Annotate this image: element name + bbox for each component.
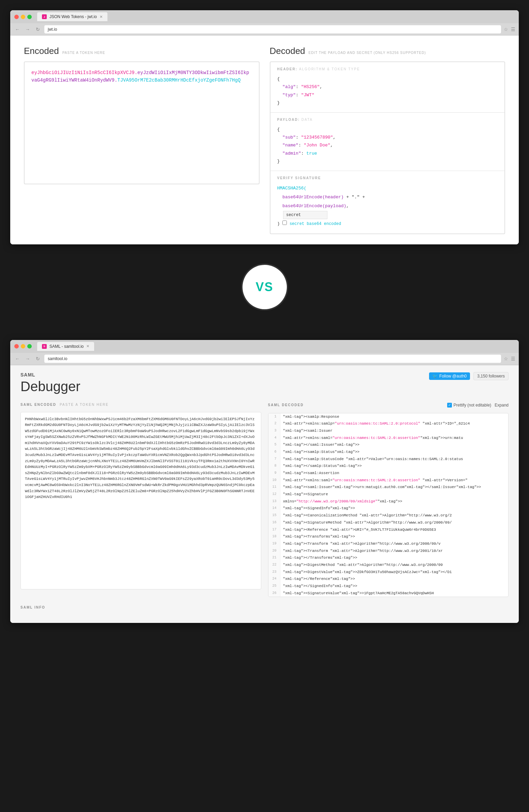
bookmark-icon[interactable]: ☆ <box>504 27 508 32</box>
saml-menu-icon[interactable]: ☰ <box>511 356 515 361</box>
expand-button[interactable]: Expand <box>495 403 509 408</box>
saml-encoded-subtitle: PASTE A TOKEN HERE <box>60 403 109 407</box>
refresh-button[interactable]: ↻ <box>34 26 42 33</box>
jwt-content-area: Encoded PASTE A TOKEN HERE eyJhbGciOiJIU… <box>10 35 519 244</box>
decoded-subtitle: EDIT THE PAYLOAD AND SECRET (ONLY HS256 … <box>309 51 426 55</box>
saml-bookmark-icon[interactable]: ☆ <box>504 356 508 361</box>
minimize-button[interactable] <box>21 15 25 19</box>
xml-line-content: "xml-tag"><SignedInfo"xml-tag">> <box>280 505 355 512</box>
jwt-address-bar[interactable]: jwt.io <box>44 25 501 33</box>
xml-line-content: xmlns="http://www.w3.org/2000/09/xmldsig… <box>280 498 402 505</box>
saml-debugger-title: Debugger <box>20 379 80 394</box>
xml-line-number: 1 <box>268 413 280 421</box>
xml-line-number: 24 <box>268 575 280 583</box>
jwt-titlebar: J JSON Web Tokens - jwt.io ✕ <box>10 10 519 23</box>
base64-label: secret base64 encoded <box>290 222 341 226</box>
xml-line-number: 4 <box>268 435 280 442</box>
jwt-tab-label: JSON Web Tokens - jwt.io <box>49 14 97 19</box>
xml-line-content: "xml-tag"><samlp:StatusCode "xml-attr">V… <box>280 456 463 463</box>
saml-browser-window: S SAML - samltool.io ✕ ← → ↻ samltool.io… <box>10 340 519 623</box>
payload-section: PAYLOAD: DATA { "sub": "1234567890", "na… <box>270 113 505 171</box>
saml-encoded-textarea[interactable]: PHNhbWxwOlJlc3BvbnNlIHhtbG5zOnNhbWxwPSJ1… <box>20 412 261 589</box>
nav-icons: ☆ ☰ <box>504 27 515 32</box>
forward-button[interactable]: → <box>24 26 31 33</box>
xml-line-number: 15 <box>268 512 280 519</box>
xml-line-content: "xml-tag"><DigestMethod "xml-attr">Algor… <box>280 561 443 569</box>
header-json: { "alg": "HS256", "typ": "JWT" } <box>277 75 498 107</box>
saml-url: samltool.io <box>48 356 67 361</box>
tab-close-icon[interactable]: ✕ <box>100 15 103 19</box>
token-part3: TJVA95OrM7E2cBab30RMHrHDcEfxjoYZgeFONFh7… <box>117 77 240 83</box>
encoded-subtitle: PASTE A TOKEN HERE <box>62 51 105 55</box>
saml-browser-tab[interactable]: S SAML - samltool.io ✕ <box>37 342 94 351</box>
xml-line-content: "xml-tag"><Transform "xml-attr">Algorith… <box>280 547 443 555</box>
xml-row: 21 "xml-tag"></Transforms"xml-tag">> <box>268 554 509 561</box>
xml-line-content: "xml-tag"></Transforms"xml-tag">> <box>280 554 357 561</box>
xml-line-content: "xml-tag"><saml:Issuer <box>280 427 333 435</box>
encoded-title: Encoded <box>24 46 59 56</box>
twitter-button[interactable]: 🐦 Follow @auth0 <box>429 372 470 380</box>
saml-address-bar[interactable]: samltool.io <box>44 355 501 363</box>
saml-titles: SAML Debugger <box>20 372 80 403</box>
xml-row: 6"xml-tag"><samlp:Status"xml-tag">> <box>268 448 509 456</box>
xml-line-number: 11 <box>268 484 280 491</box>
xml-line-number: 21 <box>268 554 280 561</box>
xml-line-content: "xml-tag"></SignedInfo"xml-tag">> <box>280 583 357 590</box>
xml-row: 8"xml-tag"></samlp:Status"xml-tag">> <box>268 462 509 470</box>
saml-minimize-button[interactable] <box>21 344 25 348</box>
saml-nav-bar: ← → ↻ samltool.io ☆ ☰ <box>10 353 519 365</box>
saml-back-button[interactable]: ← <box>14 355 21 362</box>
xml-line-content: "xml-tag"><samlp:Response <box>280 413 339 421</box>
saml-tab-close-icon[interactable]: ✕ <box>86 344 89 348</box>
jwt-browser-tab[interactable]: J JSON Web Tokens - jwt.io ✕ <box>37 12 107 21</box>
verify-label: VERIFY SIGNATURE <box>277 176 498 180</box>
xml-line-content: "xml-tag"><CanonicalizationMethod "xml-a… <box>280 512 452 519</box>
xml-line-content: "xml-tag"></Reference"xml-tag">> <box>280 575 355 583</box>
xml-line-content: "xml-tag"><SignatureMethod "xml-attr">Al… <box>280 519 452 526</box>
xml-line-number: 5 <box>268 441 280 448</box>
prettify-option[interactable]: ✓ Prettify (not editable) <box>447 403 491 408</box>
xml-line-number: 13 <box>268 498 280 505</box>
xml-row: 14 "xml-tag"><SignedInfo"xml-tag">> <box>268 505 509 512</box>
saml-favicon: S <box>42 344 47 349</box>
xml-row: 1"xml-tag"><samlp:Response <box>268 413 509 421</box>
xml-line-number: 3 <box>268 427 280 435</box>
close-button[interactable] <box>14 15 19 19</box>
saml-info-label: SAML INFO <box>20 606 509 609</box>
token-dot1: . <box>134 70 137 75</box>
twitter-label: Follow @auth0 <box>439 374 467 379</box>
jwt-favicon: J <box>42 14 47 19</box>
secret-input[interactable] <box>283 211 327 219</box>
saml-close-button[interactable] <box>14 344 19 348</box>
xml-line-number: 9 <box>268 470 280 477</box>
xml-line-number: 19 <box>268 540 280 547</box>
xml-row: 2 "xml-attr">xmlns:samlp="urn:oasis:name… <box>268 420 509 427</box>
saml-refresh-button[interactable]: ↻ <box>34 355 42 362</box>
menu-icon[interactable]: ☰ <box>511 27 515 32</box>
xml-row: 17 "xml-tag"><Reference "xml-attr">URI="… <box>268 526 509 533</box>
xml-line-content: "xml-attr">xmlns:saml="urn:oasis:names:t… <box>280 435 463 442</box>
back-button[interactable]: ← <box>14 26 21 33</box>
vs-section: VS <box>0 244 529 330</box>
saml-forward-button[interactable]: → <box>24 355 31 362</box>
xml-row: 10 "xml-attr">xmlns:saml="urn:oasis:name… <box>268 477 509 484</box>
xml-row: 13 xmlns="http://www.w3.org/2000/09/xmld… <box>268 498 509 505</box>
saml-tab-label: SAML - samltool.io <box>49 344 84 349</box>
xml-row: 23 "xml-tag"><DigestValue"xml-tag">>ZDkf… <box>268 569 509 576</box>
xml-line-number: 6 <box>268 448 280 456</box>
base64-checkbox[interactable] <box>282 220 287 225</box>
maximize-button[interactable] <box>27 15 32 19</box>
saml-encoded-column: SAML ENCODED PASTE A TOKEN HERE PHNhbWxw… <box>20 403 261 597</box>
traffic-lights <box>14 15 32 19</box>
xml-line-content: "xml-tag"><SignatureValue"xml-tag">>1Fgp… <box>280 590 434 597</box>
xml-line-number: 2 <box>268 420 280 427</box>
saml-info-section: SAML INFO <box>20 606 509 609</box>
xml-row: 16 "xml-tag"><SignatureMethod "xml-attr"… <box>268 519 509 526</box>
xml-row: 12 "xml-tag"><Signature <box>268 491 509 498</box>
xml-line-number: 26 <box>268 590 280 597</box>
vs-text: VS <box>255 280 273 294</box>
saml-content-area: SAML Debugger 🐦 Follow @auth0 3,150 foll… <box>10 365 519 623</box>
xml-line-content: "xml-tag"><Transforms"xml-tag">> <box>280 533 355 540</box>
encoded-textarea[interactable]: eyJhbGciOiJIUzI1NiIsInR5cCI6IkpXVCJ9.eyJ… <box>24 61 260 184</box>
saml-maximize-button[interactable] <box>27 344 32 348</box>
